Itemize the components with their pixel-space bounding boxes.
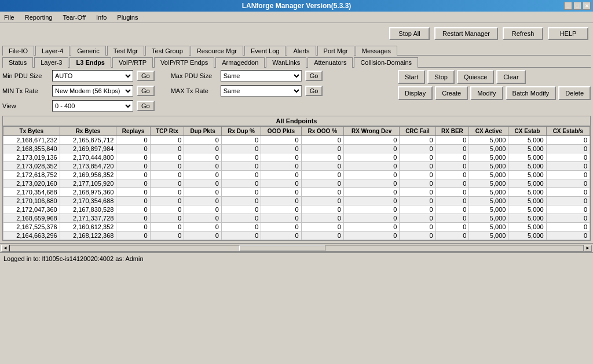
- max-pdu-select[interactable]: Same: [221, 70, 302, 82]
- close-button[interactable]: ✕: [583, 2, 591, 10]
- scroll-right-arrow[interactable]: ►: [584, 245, 592, 252]
- max-tx-go[interactable]: Go: [305, 86, 323, 96]
- display-button[interactable]: Display: [398, 86, 433, 100]
- tab-fileio[interactable]: File-IO: [2, 46, 34, 56]
- tab-messages[interactable]: Messages: [356, 46, 397, 56]
- menu-tearoff[interactable]: Tear-Off: [61, 13, 87, 21]
- table-cell: 0: [301, 153, 343, 162]
- tab-resourcemgr[interactable]: Resource Mgr: [191, 46, 243, 56]
- scroll-left-arrow[interactable]: ◄: [1, 245, 9, 252]
- table-scroll[interactable]: Tx Bytes Rx Bytes Replays TCP Rtx Dup Pk…: [3, 126, 590, 240]
- delete-button[interactable]: Delete: [558, 86, 591, 100]
- table-cell: 0: [116, 231, 150, 240]
- table-row[interactable]: 2,168,355,8402,169,897,9840000000005,000…: [3, 145, 590, 153]
- restart-manager-button[interactable]: Restart Manager: [434, 27, 498, 40]
- table-cell: 5,000: [508, 136, 546, 145]
- table-cell: 2,168,122,368: [60, 231, 116, 240]
- table-cell: 0: [343, 231, 399, 240]
- tab-testmgr[interactable]: Test Mgr: [107, 46, 144, 56]
- create-button[interactable]: Create: [435, 86, 468, 100]
- stop-all-button[interactable]: Stop All: [389, 27, 430, 40]
- menu-info[interactable]: Info: [94, 13, 108, 21]
- tab-testgroup[interactable]: Test Group: [145, 46, 189, 56]
- tab-l3endps[interactable]: L3 Endps: [69, 57, 111, 68]
- table-cell: 0: [184, 223, 221, 231]
- menu-plugins[interactable]: Plugins: [115, 13, 140, 21]
- toolbar: Stop All Restart Manager Refresh HELP: [0, 23, 593, 44]
- table-cell: 0: [116, 188, 150, 197]
- col-tx-bytes: Tx Bytes: [3, 127, 60, 136]
- min-pdu-select[interactable]: AUTO: [52, 70, 133, 82]
- view-select[interactable]: 0 - 400: [52, 100, 133, 112]
- tab-alerts[interactable]: Alerts: [287, 46, 316, 56]
- horizontal-scrollbar[interactable]: ◄ ►: [0, 243, 593, 252]
- menu-reporting[interactable]: Reporting: [23, 13, 54, 21]
- start-button[interactable]: Start: [398, 70, 425, 84]
- tab-armageddon[interactable]: Armageddon: [215, 57, 265, 68]
- table-cell: 2,167,525,376: [3, 223, 60, 231]
- table-cell: 0: [546, 171, 590, 179]
- table-row[interactable]: 2,167,525,3762,160,612,3520000000005,000…: [3, 223, 590, 231]
- minimize-button[interactable]: _: [564, 2, 572, 10]
- table-row[interactable]: 2,172,618,7522,169,956,3520000000005,000…: [3, 171, 590, 179]
- table-cell: 0: [261, 231, 301, 240]
- table-cell: 2,165,875,712: [60, 136, 116, 145]
- tab-portmgr[interactable]: Port Mgr: [317, 46, 354, 56]
- table-row[interactable]: 2,173,020,1602,177,105,9200000000005,000…: [3, 179, 590, 188]
- table-cell: 0: [546, 214, 590, 223]
- table-cell: 0: [301, 136, 343, 145]
- tab-layer3[interactable]: Layer-3: [34, 57, 68, 68]
- tab-attenuators[interactable]: Attenuators: [308, 57, 353, 68]
- table-row[interactable]: 2,164,663,2962,168,122,3680000000005,000…: [3, 231, 590, 240]
- table-row[interactable]: 2,172,047,3602,167,830,5280000000005,000…: [3, 205, 590, 214]
- min-pdu-go[interactable]: Go: [137, 71, 155, 81]
- refresh-button[interactable]: Refresh: [503, 27, 543, 40]
- table-cell: 2,167,830,528: [60, 205, 116, 214]
- tab-eventlog[interactable]: Event Log: [244, 46, 286, 56]
- table-cell: 0: [400, 179, 435, 188]
- min-tx-go[interactable]: Go: [137, 86, 155, 96]
- view-go[interactable]: Go: [137, 101, 155, 111]
- table-row[interactable]: 2,173,028,3522,173,854,7200000000005,000…: [3, 162, 590, 171]
- table-cell: 0: [400, 197, 435, 205]
- min-tx-select[interactable]: New Modem (56 Kbps): [52, 85, 133, 97]
- table-cell: 5,000: [508, 223, 546, 231]
- scroll-thumb[interactable]: [239, 245, 325, 251]
- table-row[interactable]: 2,173,019,1362,170,444,8000000000005,000…: [3, 153, 590, 162]
- table-row[interactable]: 2,170,106,8802,170,354,6880000000005,000…: [3, 197, 590, 205]
- table-cell: 0: [150, 197, 184, 205]
- clear-button[interactable]: Clear: [496, 70, 525, 84]
- quiesce-button[interactable]: Quiesce: [457, 70, 494, 84]
- col-crc-fail: CRC Fail: [400, 127, 435, 136]
- titlebar: LANforge Manager Version(5.3.3) _ □ ✕: [0, 0, 593, 12]
- tab-voiprtp[interactable]: VoIP/RTP: [112, 57, 153, 68]
- btn-row-2: Display Create Modify Batch Modify Delet…: [398, 86, 591, 100]
- menu-file[interactable]: File: [2, 13, 16, 21]
- col-rx-wrong-dev: RX Wrong Dev: [343, 127, 399, 136]
- max-pdu-go[interactable]: Go: [305, 71, 323, 81]
- stop-button[interactable]: Stop: [427, 70, 455, 84]
- table-cell: 2,173,020,160: [3, 179, 60, 188]
- tab-voiprtp-endps[interactable]: VoIP/RTP Endps: [154, 57, 214, 68]
- modify-button[interactable]: Modify: [470, 86, 503, 100]
- table-cell: 0: [301, 205, 343, 214]
- table-cell: 0: [261, 214, 301, 223]
- batch-modify-button[interactable]: Batch Modify: [506, 86, 557, 100]
- tab-status[interactable]: Status: [2, 57, 33, 68]
- tab-layer4[interactable]: Layer-4: [35, 46, 69, 56]
- table-row[interactable]: 2,168,659,9682,171,337,7280000000005,000…: [3, 214, 590, 223]
- tab-collision-domains[interactable]: Collision-Domains: [354, 57, 418, 68]
- maximize-button[interactable]: □: [573, 2, 581, 10]
- table-cell: 0: [435, 162, 469, 171]
- table-cell: 0: [221, 188, 261, 197]
- max-pdu-label: Max PDU Size: [171, 72, 217, 79]
- help-button[interactable]: HELP: [548, 27, 588, 40]
- table-row[interactable]: 2,170,354,6882,168,975,3600000000005,000…: [3, 188, 590, 197]
- max-tx-select[interactable]: Same: [221, 85, 302, 97]
- table-cell: 0: [546, 188, 590, 197]
- table-row[interactable]: 2,168,671,2322,165,875,7120000000005,000…: [3, 136, 590, 145]
- scroll-track[interactable]: [9, 245, 584, 252]
- tab-wanlinks[interactable]: WanLinks: [266, 57, 306, 68]
- tab-generic[interactable]: Generic: [71, 46, 106, 56]
- table-cell: 0: [546, 205, 590, 214]
